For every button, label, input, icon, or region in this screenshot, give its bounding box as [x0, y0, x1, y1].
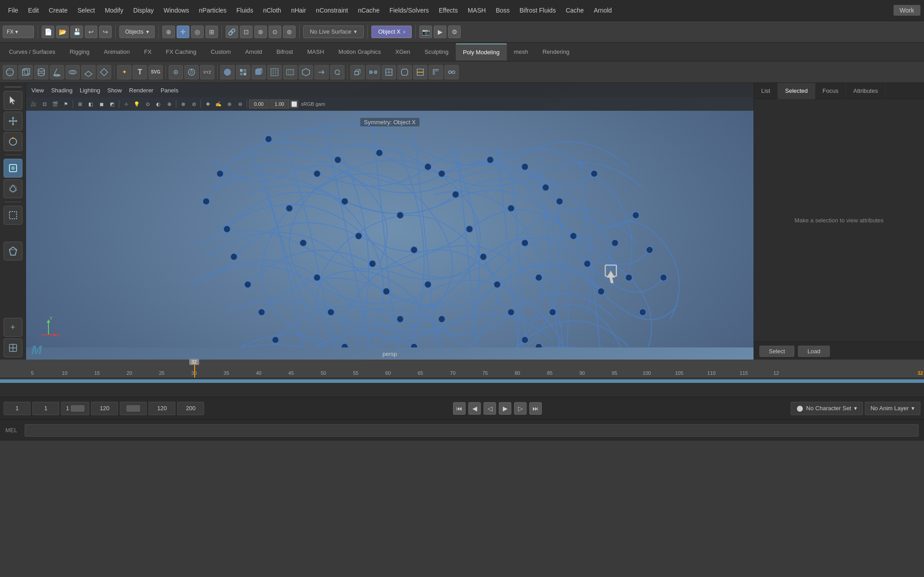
rp-load-btn[interactable]: Load	[798, 346, 830, 357]
svg-btn[interactable]: SVG	[148, 65, 163, 79]
grid-btn[interactable]: ⊞	[205, 26, 218, 38]
measure-btn[interactable]	[184, 65, 199, 79]
undo-btn[interactable]: ↩	[85, 26, 97, 38]
tab-motion-graphics[interactable]: Motion Graphics	[331, 43, 388, 61]
render-btn[interactable]: ▶	[434, 26, 446, 38]
grid3-btn[interactable]	[267, 65, 282, 79]
tab-fx[interactable]: FX	[137, 43, 159, 61]
vp-menu-panels[interactable]: Panels	[161, 87, 179, 94]
cone-btn[interactable]	[50, 65, 64, 79]
tab-fx-caching[interactable]: FX Caching	[159, 43, 204, 61]
tab-rendering[interactable]: Rendering	[535, 43, 576, 61]
vp-exposure-input[interactable]	[249, 100, 269, 108]
settings-btn[interactable]: ⚙	[448, 26, 461, 38]
vp-shade-btn[interactable]: ◧	[86, 99, 96, 109]
vp-film-btn[interactable]: 🎬	[50, 99, 60, 109]
vp-cam2-btn[interactable]: ⊡	[39, 99, 49, 109]
xyz-btn[interactable]: XYZ	[200, 65, 214, 79]
grid2-btn[interactable]	[236, 65, 250, 79]
bridge-btn[interactable]	[366, 65, 380, 79]
snap2-btn[interactable]: ⊡	[240, 26, 253, 38]
bevel-btn[interactable]	[397, 65, 412, 79]
minus-tool[interactable]	[4, 338, 22, 357]
extrude-btn[interactable]	[350, 65, 365, 79]
move-tool[interactable]	[4, 112, 22, 130]
tab-rigging[interactable]: Rigging	[62, 43, 96, 61]
timeline-range-bar[interactable]	[0, 379, 924, 383]
fx-dropdown[interactable]: FX ▾	[3, 26, 34, 38]
subdivide-btn[interactable]	[382, 65, 396, 79]
sphere2-btn[interactable]	[220, 65, 235, 79]
menu-file[interactable]: File	[4, 5, 23, 16]
frame-step-field[interactable]: 1	[61, 402, 89, 415]
plus-tool[interactable]: +	[4, 318, 22, 337]
lasso-btn[interactable]: ◎	[191, 26, 204, 38]
transport-start-btn[interactable]: ⏮	[453, 402, 466, 415]
grid4-btn[interactable]	[283, 65, 297, 79]
vp-paint-btn[interactable]: ✍	[214, 99, 223, 109]
snap-btn[interactable]: 🔗	[226, 26, 238, 38]
vp-menu-lighting[interactable]: Lighting	[80, 87, 100, 94]
menu-fluids[interactable]: Fluids	[232, 5, 257, 16]
menu-display[interactable]: Display	[129, 5, 158, 16]
cmd-input[interactable]	[25, 424, 919, 437]
move-tool-btn[interactable]: ✛	[177, 26, 189, 38]
anim-end-field[interactable]: 120	[148, 402, 175, 415]
timeline-ruler[interactable]: 5 10 15 20 25 30 35 40 45 50 55 60 65 70…	[0, 361, 924, 379]
vp-flag-btn[interactable]: ⚑	[61, 99, 71, 109]
frame-step-slider[interactable]	[71, 405, 84, 412]
plane-btn[interactable]	[81, 65, 96, 79]
menu-modify[interactable]: Modify	[100, 5, 128, 16]
vp-menu-show[interactable]: Show	[107, 87, 122, 94]
end-slider-field[interactable]	[120, 402, 147, 415]
tab-bifrost[interactable]: Bifrost	[269, 43, 300, 61]
vp-camera-btn[interactable]: 🎥	[29, 99, 39, 109]
transport-play-btn[interactable]: ▶	[499, 402, 511, 415]
vp-colorspace-toggle[interactable]: ⬜	[290, 100, 298, 108]
anim-start-field[interactable]: 1	[32, 402, 59, 415]
object-x-btn[interactable]: Object X ›	[371, 26, 412, 38]
transport-play-back-btn[interactable]: ◁	[484, 402, 496, 415]
no-live-surface-btn[interactable]: No Live Surface ▾	[303, 26, 364, 38]
cylinder-btn[interactable]	[34, 65, 48, 79]
merge-btn[interactable]	[445, 65, 459, 79]
vp-snap-btn[interactable]: ⊛	[224, 99, 234, 109]
diamond-btn[interactable]	[97, 65, 111, 79]
tab-mash[interactable]: MASH	[300, 43, 331, 61]
rp-select-btn[interactable]: Select	[759, 346, 794, 357]
menu-mash[interactable]: MASH	[463, 5, 490, 16]
soft-select-tool[interactable]	[4, 179, 22, 198]
menu-bifrost-fluids[interactable]: Bifrost Fluids	[515, 5, 560, 16]
tab-xgen[interactable]: XGen	[388, 43, 417, 61]
start-frame-field[interactable]: 1	[4, 402, 31, 415]
vp-solid-btn[interactable]: ◼	[96, 99, 106, 109]
select-arrow-tool[interactable]	[4, 91, 22, 110]
rotate-btn[interactable]	[330, 65, 344, 79]
timeline-scrubber[interactable]: 32	[194, 360, 195, 377]
menu-work[interactable]: Work	[893, 5, 920, 16]
grid5-btn[interactable]	[299, 65, 313, 79]
menu-fields-solvers[interactable]: Fields/Solvers	[385, 5, 433, 16]
rp-tab-attributes[interactable]: Attributes	[846, 83, 885, 99]
marquee-tool[interactable]	[4, 206, 22, 225]
rp-tab-selected[interactable]: Selected	[778, 83, 815, 99]
transport-next-btn[interactable]: ▷	[514, 402, 527, 415]
camera2-btn[interactable]	[169, 65, 183, 79]
select-tool-btn[interactable]: ⊕	[162, 26, 175, 38]
star-btn[interactable]: ✦	[117, 65, 131, 79]
menu-create[interactable]: Create	[44, 5, 72, 16]
vp-menu-shading[interactable]: Shading	[51, 87, 73, 94]
menu-boss[interactable]: Boss	[491, 5, 514, 16]
vp-tex-btn[interactable]: ◩	[107, 99, 117, 109]
vp-menu-view[interactable]: View	[31, 87, 44, 94]
tab-custom[interactable]: Custom	[204, 43, 238, 61]
end-frame-field[interactable]: 120	[91, 402, 118, 415]
rp-tab-focus[interactable]: Focus	[815, 83, 846, 99]
transport-end-btn[interactable]: ⏭	[529, 402, 542, 415]
offset-btn[interactable]	[429, 65, 443, 79]
menu-nparticles[interactable]: nParticles	[195, 5, 231, 16]
vp-ao-btn[interactable]: ◐	[153, 99, 163, 109]
save-file-btn[interactable]: 💾	[70, 26, 83, 38]
rotate-tool[interactable]	[4, 132, 22, 151]
objects-dropdown[interactable]: Objects ▾	[119, 26, 155, 38]
